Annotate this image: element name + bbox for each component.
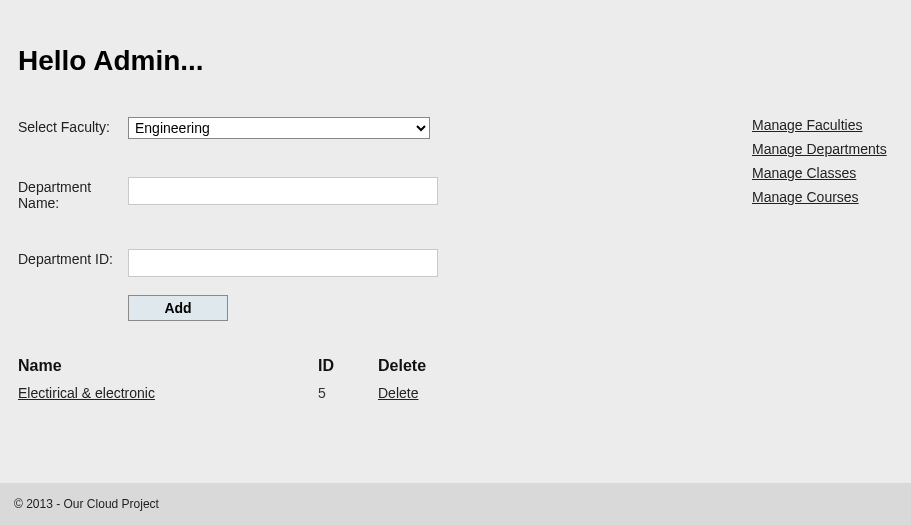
col-name: Name — [18, 351, 318, 381]
sidebar: Manage Faculties Manage Departments Mana… — [738, 117, 887, 213]
col-id: ID — [318, 351, 378, 381]
footer-text: © 2013 - Our Cloud Project — [14, 497, 159, 511]
row-id: 5 — [318, 381, 378, 405]
main-area: Select Faculty: Engineering Department N… — [0, 77, 911, 405]
col-delete: Delete — [378, 351, 448, 381]
department-name-label: Department Name: — [18, 177, 128, 211]
faculty-select[interactable]: Engineering — [128, 117, 430, 139]
footer: © 2013 - Our Cloud Project — [0, 483, 911, 525]
table-row: Electirical & electronic 5 Delete — [18, 381, 448, 405]
dept-id-row: Department ID: — [18, 249, 738, 277]
sidebar-manage-classes[interactable]: Manage Classes — [748, 165, 887, 181]
table-header-row: Name ID Delete — [18, 351, 448, 381]
form-area: Select Faculty: Engineering Department N… — [18, 117, 738, 405]
select-faculty-label: Select Faculty: — [18, 117, 128, 135]
row-delete-link[interactable]: Delete — [378, 385, 418, 401]
dept-name-row: Department Name: — [18, 177, 738, 211]
add-button[interactable]: Add — [128, 295, 228, 321]
sidebar-manage-departments[interactable]: Manage Departments — [748, 141, 887, 157]
sidebar-manage-faculties[interactable]: Manage Faculties — [748, 117, 887, 133]
sidebar-manage-courses[interactable]: Manage Courses — [748, 189, 887, 205]
department-id-input[interactable] — [128, 249, 438, 277]
faculty-row: Select Faculty: Engineering — [18, 117, 738, 139]
page-title: Hello Admin... — [0, 0, 911, 77]
departments-table: Name ID Delete Electirical & electronic … — [18, 351, 448, 405]
row-name-link[interactable]: Electirical & electronic — [18, 385, 155, 401]
department-name-input[interactable] — [128, 177, 438, 205]
department-id-label: Department ID: — [18, 249, 128, 267]
